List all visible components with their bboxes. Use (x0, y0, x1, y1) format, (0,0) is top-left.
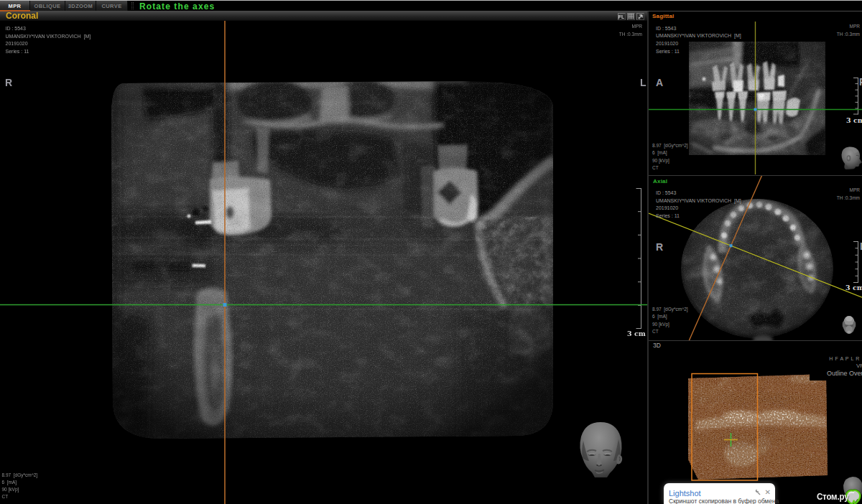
axial-patient-info: ID : 5543 UMANSKIY*IVAN VIKTOROVICH [M] … (656, 190, 741, 220)
axial-panel-title: Axial (653, 178, 667, 185)
coronal-ct-image[interactable] (0, 21, 647, 504)
sagittal-head-icon (842, 146, 862, 169)
panel-horizontal-divider-1 (649, 175, 862, 176)
lightshot-title: Lightshot (669, 489, 701, 498)
axial-scale-bar (853, 241, 858, 283)
settings-wrench-icon[interactable] (755, 489, 761, 495)
fl-button[interactable]: FL (618, 13, 626, 21)
watermark-text: Стом.ру (817, 492, 848, 502)
coronal-right-marker: L (640, 77, 646, 88)
threed-panel-title: 3D (653, 342, 661, 349)
axial-mode-labels: MPR TH :0.3mm (789, 187, 860, 202)
panel-vertical-divider (647, 11, 649, 504)
axial-crosshair-center[interactable] (730, 244, 733, 247)
grid-icon (628, 14, 634, 19)
rotate-axes-hint: Rotate the axes (139, 1, 215, 11)
expand-icon (637, 14, 644, 20)
coronal-head-icon (580, 422, 622, 477)
tab-bar: MPR OBLIQUE 3DZOOM CURVE (0, 1, 862, 11)
threed-render[interactable] (686, 370, 830, 481)
coronal-dose-info: 8.97 [dGy*cm^2] 6 [mA] 90 [kVp] CT (2, 472, 38, 501)
coronal-scale-bar (636, 188, 641, 329)
tab-curve[interactable]: CURVE (96, 1, 128, 11)
coronal-mode-labels: MPR TH :0.3mm (571, 23, 642, 39)
toolbar-separator (131, 2, 134, 9)
sagittal-patient-info: ID : 5543 UMANSKIY*IVAN VIKTOROVICH [M] … (656, 25, 741, 56)
sagittal-crosshair-center[interactable] (754, 108, 757, 111)
sagittal-scale-bar (853, 78, 858, 115)
sagittal-scale-label: 3 cm (846, 116, 862, 124)
axial-left-marker: R (656, 241, 663, 253)
coronal-scale-label: 3 cm (627, 330, 646, 337)
axial-head-icon (843, 316, 856, 334)
sagittal-mode-labels: MPR TH :0.3mm (789, 23, 860, 39)
threed-outline-overlay-toggle[interactable]: Outline Overlay (827, 370, 862, 377)
tab-mpr[interactable]: MPR (0, 1, 30, 11)
axial-scale-label: 3 cm (845, 284, 862, 291)
graphics-layer (0, 0, 862, 504)
threed-orientation-letters[interactable]: H F A P L R (829, 356, 860, 361)
coronal-panel-header (0, 11, 647, 21)
axial-dose-info: 8.97 [dGy*cm^2] 6 [mA] 90 [kVp] CT (652, 306, 688, 335)
sagittal-panel-title: Sagittal (652, 13, 675, 19)
lightshot-notification[interactable]: Lightshot Скриншот скопирован в буфер об… (664, 483, 775, 504)
sagittal-left-marker: A (656, 77, 663, 88)
tab-3dzoom[interactable]: 3DZOOM (65, 1, 96, 11)
coronal-left-marker: R (5, 77, 12, 88)
fullscreen-button[interactable] (636, 13, 644, 21)
coronal-patient-info: ID : 5543 UMANSKIY*IVAN VIKTOROVICH [M] … (6, 25, 91, 56)
lightshot-message: Скриншот скопирован в буфер обмена (669, 498, 779, 504)
coronal-panel-title: Coronal (6, 11, 38, 21)
coronal-crosshair-center[interactable] (223, 303, 227, 307)
panel-horizontal-divider-2 (649, 340, 862, 341)
close-icon[interactable]: ✕ (765, 489, 771, 495)
sagittal-dose-info: 8.97 [dGy*cm^2] 6 [mA] 90 [kVp] CT (652, 142, 688, 172)
grid-layout-button[interactable] (627, 13, 635, 21)
sagittal-right-marker: P (859, 76, 862, 88)
app-window: MPR OBLIQUE 3DZOOM CURVE Rotate the axes… (0, 0, 862, 504)
tab-oblique[interactable]: OBLIQUE (30, 1, 65, 11)
threed-render-mode-label: VR (856, 363, 862, 369)
